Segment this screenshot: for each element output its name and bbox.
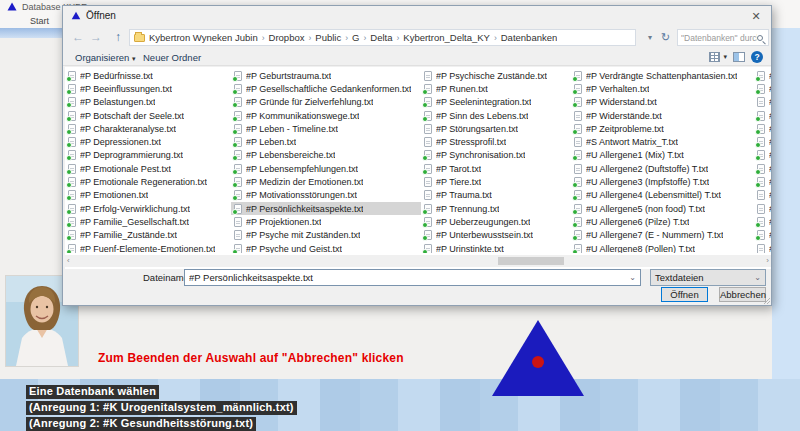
file-item[interactable]: #P Gesellschaftliche Gedankenformen.txt xyxy=(231,82,421,95)
file-item[interactable]: #P Familie_Zustände.txt xyxy=(65,229,231,242)
scroll-right-icon[interactable]: › xyxy=(766,256,769,265)
breadcrumb-crumb[interactable]: G xyxy=(352,32,359,43)
file-item[interactable]: #U xyxy=(754,202,771,215)
scrollbar-thumb[interactable] xyxy=(498,257,564,265)
file-item[interactable]: #U Allergene3 (Impfstoffe) T.txt xyxy=(571,175,754,188)
search-input[interactable]: "Datenbanken" durchsuchen xyxy=(677,29,769,46)
file-item[interactable]: #P Bedürfnisse.txt xyxy=(65,69,231,82)
menu-start[interactable]: Start xyxy=(30,16,49,26)
breadcrumb-crumb[interactable]: Kybertron Wyneken Jubin xyxy=(149,32,258,43)
scroll-left-icon[interactable]: ‹ xyxy=(67,256,70,265)
file-item[interactable]: #P Belastungen.txt xyxy=(65,96,231,109)
file-item[interactable]: #P Störungsarten.txt xyxy=(421,122,571,135)
file-item[interactable]: #U xyxy=(754,215,771,228)
file-item[interactable]: #P Projektionen.txt xyxy=(231,215,421,228)
file-item[interactable]: #U Allergene2 (Duftstoffe) T.txt xyxy=(571,162,754,175)
preview-pane-icon[interactable] xyxy=(733,52,745,62)
file-item[interactable]: #S Antwort Matrix_T.txt xyxy=(571,135,754,148)
file-item[interactable]: #P Tiere.txt xyxy=(421,175,571,188)
file-item[interactable]: #U Allergene7 (E - Nummern) T.txt xyxy=(571,229,754,242)
file-item[interactable]: #P Trauma.txt xyxy=(421,189,571,202)
view-options-icon[interactable] xyxy=(709,52,720,62)
file-item[interactable]: #P Motivationsstörungen.txt xyxy=(231,189,421,202)
file-item[interactable]: #P Widerstände.txt xyxy=(571,109,754,122)
file-item[interactable]: #P Zeitprobleme.txt xyxy=(571,122,754,135)
file-item[interactable]: #P Leben - Timeline.txt xyxy=(231,122,421,135)
close-icon[interactable]: ✕ xyxy=(741,6,771,26)
file-item[interactable]: #P Fuenf-Elemente-Emotionen.txt xyxy=(65,242,231,253)
file-item[interactable]: #U xyxy=(754,189,771,202)
file-item[interactable]: #U xyxy=(754,162,771,175)
organize-button[interactable]: Organisieren ▾ xyxy=(75,52,136,63)
back-icon[interactable]: ← xyxy=(72,30,84,44)
file-item[interactable]: #P Widerstand.txt xyxy=(571,96,754,109)
file-item[interactable]: #P Runen.txt xyxy=(421,82,571,95)
file-item[interactable]: #P Tarot.txt xyxy=(421,162,571,175)
filename-input[interactable]: #P Persönlichkeitsaspekte.txt ⌄ xyxy=(184,269,641,286)
dialog-titlebar[interactable]: Öffnen ✕ xyxy=(63,6,771,26)
filename-chevron-down-icon[interactable]: ⌄ xyxy=(629,273,636,282)
file-item[interactable]: #U Allergene8 (Pollen) T.txt xyxy=(571,242,754,253)
breadcrumb-chevron-down-icon[interactable]: ▾ xyxy=(648,33,652,42)
file-item[interactable]: #P Urinstinkte.txt xyxy=(421,242,571,253)
file-item[interactable]: #U xyxy=(754,149,771,162)
filetype-select[interactable]: Textdateien ⌄ xyxy=(650,269,766,286)
file-item[interactable]: #U xyxy=(754,69,771,82)
file-item[interactable]: #U xyxy=(754,82,771,95)
new-folder-button[interactable]: Neuer Ordner xyxy=(143,52,201,63)
file-item[interactable]: #U xyxy=(754,135,771,148)
up-icon[interactable]: ↑ xyxy=(115,30,121,44)
file-item[interactable]: #U Allergene6 (Pilze) T.txt xyxy=(571,215,754,228)
help-icon[interactable]: ? xyxy=(751,51,763,63)
file-item[interactable]: #P Stressprofil.txt xyxy=(421,135,571,148)
file-item[interactable]: #P Emotionen.txt xyxy=(65,189,231,202)
file-item[interactable]: #P Unterbewusstsein.txt xyxy=(421,229,571,242)
horizontal-scrollbar[interactable]: ‹ › xyxy=(65,255,771,267)
file-item[interactable]: #U Allergene1 (Mix) T.txt xyxy=(571,149,754,162)
file-item[interactable]: #P Psychische Zustände.txt xyxy=(421,69,571,82)
file-item[interactable]: #P Lebensbereiche.txt xyxy=(231,149,421,162)
forward-icon[interactable]: → xyxy=(90,30,102,44)
breadcrumb-crumb[interactable]: Delta xyxy=(370,32,392,43)
file-item[interactable]: #P Seelenintegration.txt xyxy=(421,96,571,109)
file-item[interactable]: #P Beeinflussungen.txt xyxy=(65,82,231,95)
resize-grip[interactable] xyxy=(763,297,770,304)
breadcrumb-crumb[interactable]: Kybertron_Delta_KY xyxy=(403,32,490,43)
open-button[interactable]: Öffnen xyxy=(661,287,708,302)
file-item[interactable]: #U xyxy=(754,96,771,109)
breadcrumb-crumb[interactable]: Dropbox xyxy=(269,32,305,43)
file-item[interactable]: #P Trennung.txt xyxy=(421,202,571,215)
file-item[interactable]: #P Lebensempfehlungen.txt xyxy=(231,162,421,175)
file-item[interactable]: #P Persönlichkeitsaspekte.txt xyxy=(231,202,421,215)
file-item[interactable]: #P Deprogrammierung.txt xyxy=(65,149,231,162)
file-item[interactable]: #P Charakteranalyse.txt xyxy=(65,122,231,135)
breadcrumb-crumb[interactable]: Datenbanken xyxy=(501,32,558,43)
file-item[interactable]: #P Sinn des Lebens.txt xyxy=(421,109,571,122)
cancel-button[interactable]: Abbrechen xyxy=(719,287,766,302)
file-item[interactable]: #U xyxy=(754,109,771,122)
file-item[interactable]: #P Familie_Gesellschaft.txt xyxy=(65,215,231,228)
file-item[interactable]: #P Gründe für Zielverfehlung.txt xyxy=(231,96,421,109)
file-item[interactable]: #U xyxy=(754,122,771,135)
search-icon[interactable] xyxy=(757,35,763,41)
file-item[interactable]: #U xyxy=(754,175,771,188)
file-item[interactable]: #P Emotionale Pest.txt xyxy=(65,162,231,175)
refresh-icon[interactable]: ↻ xyxy=(661,31,670,44)
file-item[interactable]: #P Botschaft der Seele.txt xyxy=(65,109,231,122)
file-item[interactable]: #P Psyche mit Zuständen.txt xyxy=(231,229,421,242)
breadcrumb-crumb[interactable]: Public xyxy=(315,32,341,43)
file-item[interactable]: #P Depressionen.txt xyxy=(65,135,231,148)
file-item[interactable]: #P Ueberzeugungen.txt xyxy=(421,215,571,228)
file-item[interactable]: #P Erfolg-Verwirklichung.txt xyxy=(65,202,231,215)
file-item[interactable]: #P Psyche und Geist.txt xyxy=(231,242,421,253)
file-item[interactable]: #U xyxy=(754,229,771,242)
file-item[interactable]: #Z xyxy=(754,242,771,253)
breadcrumb[interactable]: Kybertron Wyneken Jubin›Dropbox›Public›G… xyxy=(129,29,636,46)
file-item[interactable]: #P Leben.txt xyxy=(231,135,421,148)
file-item[interactable]: #P Verdrängte Schattenphantasien.txt xyxy=(571,69,754,82)
file-item[interactable]: #P Synchronisation.txt xyxy=(421,149,571,162)
file-item[interactable]: #P Kommunikationswege.txt xyxy=(231,109,421,122)
file-item[interactable]: #P Geburtstrauma.txt xyxy=(231,69,421,82)
file-item[interactable]: #P Verhalten.txt xyxy=(571,82,754,95)
file-item[interactable]: #P Medizin der Emotionen.txt xyxy=(231,175,421,188)
